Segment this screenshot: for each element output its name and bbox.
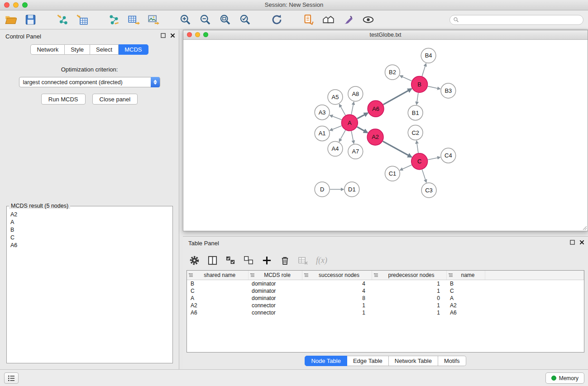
graph-node[interactable]: C4 <box>441 148 456 163</box>
zoom-in-icon[interactable] <box>179 14 191 26</box>
graph-node[interactable]: B4 <box>421 48 436 63</box>
tab-style[interactable]: Style <box>65 44 90 55</box>
graph-node[interactable]: A7 <box>348 144 363 159</box>
tab-network[interactable]: Network <box>30 44 65 55</box>
network-minimize-button[interactable] <box>195 32 200 37</box>
network-zoom-button[interactable] <box>203 32 208 37</box>
graph-node[interactable]: A5 <box>328 90 343 105</box>
graph-edge[interactable] <box>400 165 412 170</box>
column-header-name[interactable]: name <box>446 271 485 280</box>
memory-button[interactable]: Memory <box>545 372 584 384</box>
close-panel-button[interactable]: Close panel <box>92 94 138 105</box>
graph-edge[interactable] <box>339 104 346 115</box>
graph-edge[interactable] <box>357 127 368 133</box>
graph-edge[interactable] <box>351 102 354 114</box>
task-history-button[interactable] <box>4 372 19 384</box>
table-row[interactable]: Cdominator41C <box>187 287 584 295</box>
result-item[interactable]: A2 <box>9 211 171 219</box>
float-table-panel-icon[interactable] <box>570 240 575 245</box>
graph-edge[interactable] <box>339 130 345 142</box>
graph-node[interactable]: D1 <box>344 182 359 197</box>
eye-icon[interactable] <box>362 14 374 26</box>
show-columns-icon[interactable] <box>207 255 218 266</box>
open-file-icon[interactable] <box>5 14 17 26</box>
graph-node[interactable]: B <box>411 76 428 93</box>
criterion-dropdown[interactable]: largest connected component (directed) <box>19 77 160 87</box>
copy-view-icon[interactable] <box>302 14 315 26</box>
tab-select[interactable]: Select <box>90 44 119 55</box>
graph-node[interactable]: B3 <box>441 83 456 98</box>
graph-node[interactable]: B2 <box>385 65 400 80</box>
refresh-icon[interactable] <box>271 14 283 26</box>
network-canvas[interactable]: AA1A2A3A4A5A6A7A8BB1B2B3B4CC1C2C3C4DD1 <box>183 40 588 231</box>
export-table-icon[interactable] <box>128 14 140 26</box>
tab-network-table[interactable]: Network Table <box>389 356 438 366</box>
graph-node[interactable]: A8 <box>348 86 363 101</box>
column-header-shared-name[interactable]: shared name <box>187 271 248 280</box>
graph-edge[interactable] <box>330 115 342 120</box>
graph-node[interactable]: A6 <box>368 100 384 117</box>
zoom-fit-icon[interactable] <box>219 14 231 26</box>
table-row[interactable]: A6connector11A6 <box>187 309 584 316</box>
float-panel-icon[interactable] <box>161 33 166 38</box>
table-row[interactable]: Adominator80A <box>187 295 584 302</box>
zoom-out-icon[interactable] <box>199 14 211 26</box>
graph-node[interactable]: C2 <box>408 125 423 140</box>
graph-edge[interactable] <box>428 157 440 159</box>
tab-mcds[interactable]: MCDS <box>119 44 148 55</box>
import-table-icon[interactable] <box>76 14 88 26</box>
result-item[interactable]: C <box>9 234 171 242</box>
style-brush-icon[interactable] <box>342 14 354 26</box>
column-header-predecessor-nodes[interactable]: predecessor nodes <box>372 271 446 280</box>
zoom-selected-icon[interactable] <box>239 14 251 26</box>
tab-edge-table[interactable]: Edge Table <box>347 356 389 366</box>
column-header-successor-nodes[interactable]: successor nodes <box>302 271 372 280</box>
graph-edge[interactable] <box>422 63 426 76</box>
export-network-icon[interactable] <box>108 14 120 26</box>
tab-node-table[interactable]: Node Table <box>305 356 347 366</box>
home-icon[interactable] <box>322 14 335 26</box>
graph-node[interactable]: A1 <box>315 126 330 141</box>
table-row[interactable]: Bdominator41B <box>187 280 584 288</box>
graph-edge[interactable] <box>383 89 412 105</box>
graph-edge[interactable] <box>351 131 354 143</box>
resize-grip-icon[interactable] <box>582 225 587 230</box>
delete-column-trash-icon[interactable] <box>280 255 290 266</box>
graph-node[interactable]: C1 <box>385 166 400 181</box>
deselect-all-icon[interactable] <box>244 255 254 266</box>
save-session-icon[interactable] <box>24 14 37 26</box>
column-header-mcds-role[interactable]: MCDS role <box>248 271 302 280</box>
graph-node[interactable]: D <box>315 182 330 197</box>
network-close-button[interactable] <box>187 32 192 37</box>
delete-table-icon[interactable] <box>298 255 308 266</box>
graph-node[interactable]: A4 <box>328 141 343 156</box>
table-row[interactable]: A2connector11A2 <box>187 302 584 309</box>
graph-node[interactable]: A2 <box>367 129 383 145</box>
select-all-icon[interactable] <box>225 255 236 266</box>
search-field[interactable] <box>449 15 583 25</box>
graph-node[interactable]: C3 <box>421 183 436 198</box>
function-builder-icon[interactable]: f(x) <box>316 256 327 265</box>
graph-node[interactable]: B1 <box>408 105 423 120</box>
graph-edge[interactable] <box>400 76 412 81</box>
table-settings-gear-icon[interactable] <box>189 255 200 266</box>
graph-edge[interactable] <box>422 170 426 182</box>
graph-edge[interactable] <box>383 141 412 157</box>
graph-node[interactable]: A <box>341 114 358 131</box>
graph-edge[interactable] <box>416 93 418 105</box>
graph-edge[interactable] <box>428 86 440 89</box>
graph-node[interactable]: C <box>411 153 428 170</box>
close-panel-icon[interactable] <box>170 33 175 38</box>
result-item[interactable]: A <box>9 219 171 226</box>
graph-edge[interactable] <box>357 113 368 119</box>
import-network-icon[interactable] <box>56 14 68 26</box>
result-item[interactable]: A6 <box>9 242 171 249</box>
result-item[interactable]: B <box>9 226 171 234</box>
export-image-icon[interactable] <box>148 14 160 26</box>
tab-motifs[interactable]: Motifs <box>438 356 466 366</box>
graph-edge[interactable] <box>416 141 418 153</box>
add-column-icon[interactable] <box>262 255 272 266</box>
graph-node[interactable]: A3 <box>315 105 330 120</box>
search-input[interactable] <box>461 16 580 24</box>
graph-edge[interactable] <box>330 126 342 130</box>
